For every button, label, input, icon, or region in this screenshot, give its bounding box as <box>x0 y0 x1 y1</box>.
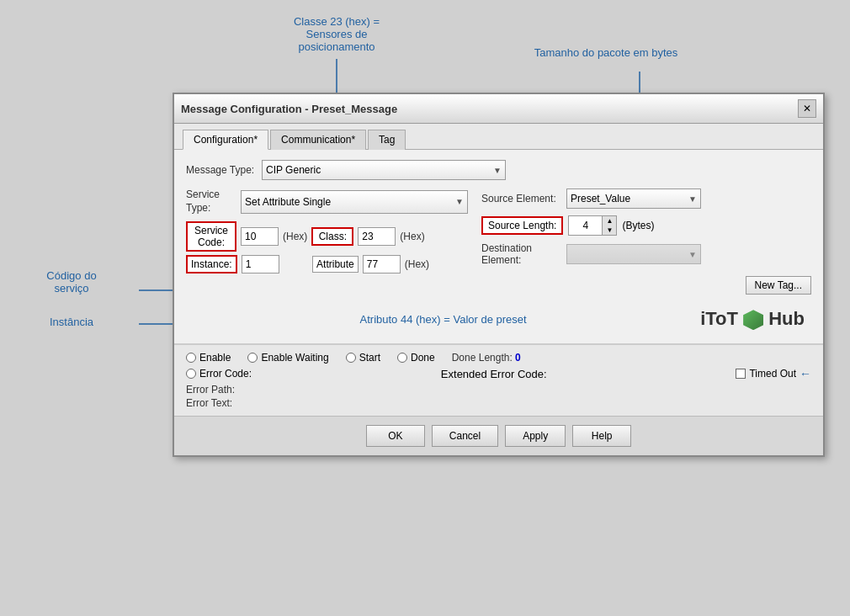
message-type-label: Message Type: <box>186 164 262 176</box>
dest-element-row: DestinationElement: ▼ <box>481 242 811 266</box>
annotation-top-right: Tamanho do pacote em bytes <box>522 46 690 59</box>
annotation-left-service: Código doserviço <box>29 269 114 295</box>
logo-text: iToT <box>700 308 743 329</box>
service-type-label: ServiceType: <box>186 189 241 215</box>
ok-button[interactable]: OK <box>366 425 425 447</box>
service-type-dropdown[interactable]: Set Attribute Single ▼ <box>241 190 468 214</box>
enable-waiting-label: Enable Waiting <box>261 352 328 364</box>
timed-out-checkbox-icon <box>736 369 746 379</box>
instance-input[interactable] <box>242 255 279 273</box>
bytes-label: (Bytes) <box>622 220 654 231</box>
apply-button[interactable]: Apply <box>505 425 566 447</box>
error-code-radio-icon <box>186 369 196 379</box>
tabs-row: Configuration* Communication* Tag <box>174 124 823 150</box>
bottom-annotation: Atributo 44 (hex) = Valor de preset <box>186 313 700 326</box>
service-hex-label: (Hex) <box>283 231 307 242</box>
error-path-row: Error Path: <box>186 384 811 396</box>
error-text-label: Error Text: <box>186 397 232 409</box>
tab-configuration[interactable]: Configuration* <box>183 130 268 150</box>
source-length-label: Source Length: <box>481 216 563 235</box>
dest-element-label: DestinationElement: <box>481 242 561 266</box>
start-radio-icon <box>346 353 356 363</box>
help-button[interactable]: Help <box>572 425 631 447</box>
instance-label: Instance: <box>186 255 237 273</box>
spinner-buttons: ▲ ▼ <box>603 216 616 235</box>
dropdown-arrow-icon: ▼ <box>493 166 502 175</box>
close-button[interactable]: ✕ <box>798 99 816 118</box>
spinner-up-button[interactable]: ▲ <box>603 216 616 226</box>
logo: iToT Hub <box>700 308 811 330</box>
source-element-value: Preset_Value <box>571 193 630 204</box>
logo-suffix: Hub <box>768 308 805 329</box>
service-type-row: ServiceType: Set Attribute Single ▼ <box>186 189 468 215</box>
error-path-label: Error Path: <box>186 384 235 396</box>
tab-communication[interactable]: Communication* <box>270 130 366 150</box>
left-section: ServiceType: Set Attribute Single ▼ Serv… <box>186 189 468 295</box>
error-code-radio[interactable]: Error Code: <box>186 368 252 380</box>
status-row-2: Error Code: Extended Error Code: Timed O… <box>186 367 811 380</box>
enable-radio[interactable]: Enable <box>186 352 231 364</box>
done-label: Done <box>411 352 435 364</box>
error-text-row: Error Text: <box>186 397 811 409</box>
timed-out-checkbox[interactable]: Timed Out ← <box>736 367 811 380</box>
dest-element-dropdown[interactable]: ▼ <box>566 244 701 264</box>
attribute-input[interactable] <box>363 255 401 273</box>
new-tag-button[interactable]: New Tag... <box>746 276 811 295</box>
annotation-left-instance: Instância <box>29 316 114 328</box>
source-element-label: Source Element: <box>481 193 561 204</box>
done-length-value: 0 <box>515 352 521 364</box>
done-length-section: Done Length: 0 <box>452 352 521 364</box>
annotation-top-center: Classe 23 (hex) = Sensores de posicionam… <box>269 15 404 53</box>
buttons-row: OK Cancel Apply Help <box>174 416 823 455</box>
source-section: Source Element: Preset_Value ▼ Source Le… <box>481 189 811 295</box>
status-bar: Enable Enable Waiting Start Done Done Le… <box>174 343 823 416</box>
logo-cube-icon <box>743 310 763 330</box>
source-dropdown-arrow-icon: ▼ <box>688 194 697 204</box>
dialog-body: Message Type: CIP Generic ▼ ServiceType:… <box>174 150 823 343</box>
start-label: Start <box>359 352 380 364</box>
start-radio[interactable]: Start <box>346 352 380 364</box>
right-section: Source Element: Preset_Value ▼ Source Le… <box>481 189 811 295</box>
message-type-value: CIP Generic <box>266 164 321 176</box>
class-label: Class: <box>311 227 353 246</box>
message-type-dropdown[interactable]: CIP Generic ▼ <box>262 160 506 180</box>
done-radio[interactable]: Done <box>397 352 435 364</box>
service-code-input[interactable] <box>241 227 279 246</box>
attribute-hex-label: (Hex) <box>405 258 429 270</box>
config-area: ServiceType: Set Attribute Single ▼ Serv… <box>186 189 811 295</box>
attribute-label: Attribute <box>312 256 359 273</box>
class-hex-label: (Hex) <box>400 231 424 242</box>
source-element-row: Source Element: Preset_Value ▼ <box>481 189 811 209</box>
source-length-spinner[interactable]: ▲ ▼ <box>568 215 617 236</box>
extended-error-label: Extended Error Code: <box>441 368 547 380</box>
message-config-dialog: Message Configuration - Preset_Message ✕… <box>173 93 825 457</box>
service-dropdown-arrow-icon: ▼ <box>455 197 464 206</box>
tab-tag[interactable]: Tag <box>368 130 406 150</box>
enable-radio-icon <box>186 353 196 363</box>
class-input[interactable] <box>358 227 396 246</box>
status-row-1: Enable Enable Waiting Start Done Done Le… <box>186 352 811 364</box>
source-length-row: Source Length: ▲ ▼ (Bytes) <box>481 215 811 236</box>
done-length-label: Done Length: <box>452 352 513 364</box>
error-code-label: Error Code: <box>199 368 252 380</box>
source-element-dropdown[interactable]: Preset_Value ▼ <box>566 189 701 209</box>
timed-out-label: Timed Out <box>749 368 796 380</box>
done-radio-icon <box>397 353 407 363</box>
timed-out-arrow-icon: ← <box>800 367 811 380</box>
enable-waiting-radio[interactable]: Enable Waiting <box>247 352 328 364</box>
enable-label: Enable <box>199 352 231 364</box>
dialog-titlebar: Message Configuration - Preset_Message ✕ <box>174 94 823 124</box>
dest-dropdown-arrow-icon: ▼ <box>688 250 697 259</box>
cancel-button[interactable]: Cancel <box>432 425 498 447</box>
dialog-title: Message Configuration - Preset_Message <box>181 103 397 115</box>
message-type-row: Message Type: CIP Generic ▼ <box>186 160 811 180</box>
service-code-label: ServiceCode: <box>186 221 236 252</box>
enable-waiting-radio-icon <box>247 353 258 363</box>
spinner-down-button[interactable]: ▼ <box>603 226 616 235</box>
service-type-value: Set Attribute Single <box>245 196 331 208</box>
source-length-input[interactable] <box>569 216 603 235</box>
